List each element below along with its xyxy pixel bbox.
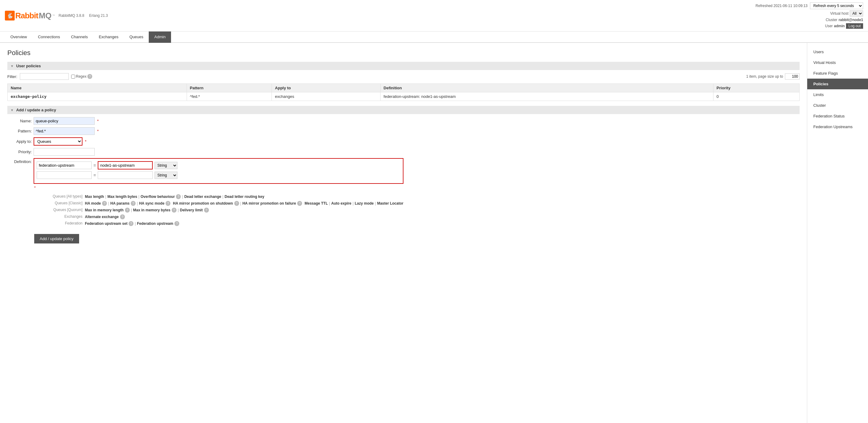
sidebar-item-feature-flags[interactable]: Feature Flags: [807, 68, 868, 79]
def-key-2[interactable]: [37, 171, 92, 179]
nav-item-overview[interactable]: Overview: [5, 31, 32, 43]
def-val-2[interactable]: [98, 171, 153, 179]
name-input[interactable]: [34, 117, 95, 125]
regex-text: Regex: [76, 74, 87, 79]
federation-links: Federation upstream set ? | Federation u…: [85, 221, 179, 226]
sidebar-item-limits[interactable]: Limits: [807, 89, 868, 100]
def-link-ha-promotion-shutdown[interactable]: HA mirror promotion on shutdown: [173, 201, 233, 205]
def-link-federation-upstream[interactable]: Federation upstream: [137, 221, 174, 226]
nav-item-connections[interactable]: Connections: [32, 31, 65, 43]
user-policies-section-header[interactable]: ▼ User policies: [7, 62, 800, 70]
pattern-label: Pattern:: [7, 129, 32, 133]
def-link-max-length[interactable]: Max length: [85, 195, 104, 199]
sidebar-item-users[interactable]: Users: [807, 47, 868, 57]
alt-exchange-help[interactable]: ?: [120, 215, 125, 219]
regex-help-icon[interactable]: ?: [87, 74, 92, 79]
regex-checkbox[interactable]: [71, 75, 75, 79]
exchanges-links: Alternate exchange ?: [85, 215, 125, 219]
def-link-dead-letter-routing[interactable]: Dead letter routing key: [224, 195, 264, 199]
ha-params-help[interactable]: ?: [131, 201, 135, 206]
def-link-message-ttl[interactable]: Message TTL: [305, 201, 328, 205]
def-link-ha-promotion-failure[interactable]: HA mirror promotion on failure: [243, 201, 296, 205]
queues-classic-label: Queues [Classic]: [34, 201, 83, 205]
definition-box: = String Number Boolean List: [34, 158, 403, 184]
pattern-input[interactable]: [34, 127, 95, 135]
max-mem-bytes-help[interactable]: ?: [172, 208, 177, 213]
delivery-limit-help[interactable]: ?: [204, 208, 209, 213]
nav-item-channels[interactable]: Channels: [65, 31, 93, 43]
sidebar-item-policies[interactable]: Policies: [807, 79, 868, 89]
overflow-help[interactable]: ?: [176, 194, 181, 199]
refreshed-label: Refreshed 2021-06-11 10:09:13: [755, 4, 808, 8]
def-val-1[interactable]: [98, 161, 153, 169]
nav-item-queues[interactable]: Queues: [124, 31, 149, 43]
cluster-value: rabbit@node1: [839, 18, 863, 22]
def-key-1[interactable]: [37, 162, 92, 169]
page-title: Policies: [7, 49, 800, 57]
def-link-max-length-bytes[interactable]: Max length bytes: [107, 195, 137, 199]
queues-classic-category: Queues [Classic] HA mode ? | HA params ?…: [34, 201, 403, 206]
user-row: User admin Log out: [825, 23, 863, 29]
def-required: *: [34, 186, 403, 190]
def-type-2[interactable]: String Number Boolean List: [155, 172, 178, 179]
vhost-select[interactable]: All: [850, 10, 863, 17]
def-link-auto-expire[interactable]: Auto expire: [331, 201, 351, 205]
def-link-max-in-memory-length[interactable]: Max in memory length: [85, 208, 124, 212]
def-link-ha-mode[interactable]: HA mode: [85, 201, 101, 205]
main-layout: Policies ▼ User policies Filter: Regex ?…: [0, 43, 868, 423]
equals-sign-1: =: [93, 163, 96, 168]
refresh-select[interactable]: Refresh every 5 seconds Refresh every 10…: [810, 2, 863, 9]
def-link-delivery-limit[interactable]: Delivery limit: [180, 208, 203, 212]
ha-sync-help[interactable]: ?: [165, 201, 170, 206]
ha-mode-help[interactable]: ?: [102, 201, 107, 206]
table-row: exchange-policy ^fed.* exchanges federat…: [8, 92, 800, 101]
nav-item-admin[interactable]: Admin: [149, 31, 171, 43]
def-link-dead-letter-exchange[interactable]: Dead letter exchange: [184, 195, 221, 199]
sidebar-item-federation-status[interactable]: Federation Status: [807, 111, 868, 121]
def-link-alternate-exchange[interactable]: Alternate exchange: [85, 215, 119, 219]
priority-input[interactable]: [34, 148, 95, 156]
filter-input[interactable]: [20, 73, 69, 80]
col-name: Name: [8, 84, 187, 92]
cluster-label: Cluster: [826, 18, 837, 22]
version-info: RabbitMQ 3.8.8 Erlang 21.3: [59, 13, 108, 18]
fed-upstream-help[interactable]: ?: [175, 221, 179, 226]
add-update-policy-button[interactable]: Add / update policy: [34, 234, 79, 244]
user-policies-title: User policies: [16, 64, 41, 68]
col-definition: Definition: [380, 84, 713, 92]
def-link-ha-sync-mode[interactable]: HA sync mode: [139, 201, 164, 205]
top-bar: 🐇 Rabbit MQ ™ RabbitMQ 3.8.8 Erlang 21.3…: [0, 0, 868, 31]
sidebar-item-cluster[interactable]: Cluster: [807, 100, 868, 111]
name-label: Name:: [7, 119, 32, 123]
def-link-ha-params[interactable]: HA params: [110, 201, 129, 205]
ha-shutdown-help[interactable]: ?: [234, 201, 239, 206]
def-link-max-in-memory-bytes[interactable]: Max in memory bytes: [133, 208, 170, 212]
sidebar-item-federation-upstreams[interactable]: Federation Upstreams: [807, 121, 868, 132]
apply-required: *: [85, 139, 87, 144]
name-row: Name: *: [7, 117, 800, 125]
logout-button[interactable]: Log out: [846, 23, 863, 29]
queues-all-category: Queues [All types] Max length | Max leng…: [34, 194, 403, 199]
def-link-master-locator[interactable]: Master Locator: [377, 201, 403, 205]
def-type-1[interactable]: String Number Boolean List: [155, 162, 178, 169]
add-update-section-header[interactable]: ▼ Add / update a policy: [7, 106, 800, 114]
pattern-required: *: [97, 129, 99, 133]
policy-definition: federation-upstream: node1-as-upstream: [380, 92, 713, 101]
def-link-federation-upstream-set[interactable]: Federation upstream set: [85, 221, 127, 226]
queues-quorum-label: Queues [Quorum]: [34, 208, 83, 212]
fed-upstream-set-help[interactable]: ?: [129, 221, 133, 226]
max-mem-len-help[interactable]: ?: [125, 208, 130, 213]
ha-failure-help[interactable]: ?: [297, 201, 302, 206]
sidebar-item-virtual-hosts[interactable]: Virtual Hosts: [807, 57, 868, 68]
nav-item-exchanges[interactable]: Exchanges: [93, 31, 124, 43]
logo: 🐇 Rabbit MQ ™: [5, 11, 55, 21]
def-link-overflow[interactable]: Overflow behaviour: [141, 195, 175, 199]
def-link-lazy-mode[interactable]: Lazy mode: [355, 201, 374, 205]
erlang-version: Erlang 21.3: [89, 13, 108, 18]
vhost-label: Virtual host: [830, 11, 848, 16]
policy-apply-to: exchanges: [272, 92, 380, 101]
apply-to-select[interactable]: Exchanges Queues All: [34, 137, 83, 146]
page-size-text: 1 item, page size up to: [746, 74, 783, 79]
policy-name: exchange-policy: [11, 94, 46, 99]
page-size-input[interactable]: [785, 74, 800, 80]
